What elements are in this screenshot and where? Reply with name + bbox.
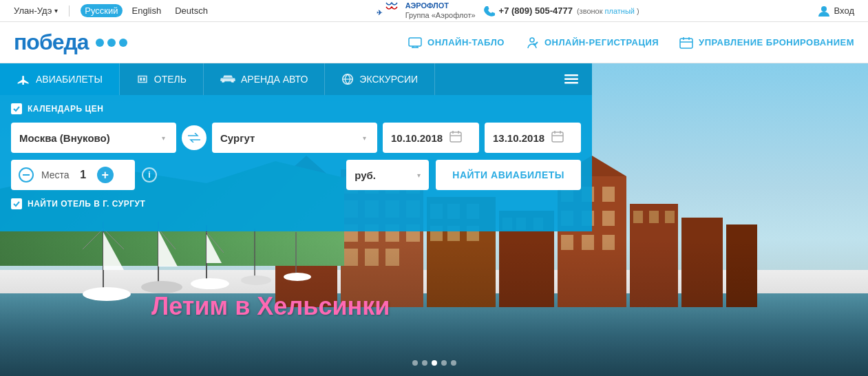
seats-count: 1 bbox=[76, 169, 90, 181]
dot-3-active[interactable] bbox=[432, 360, 437, 366]
origin-dropdown-icon: ▾ bbox=[159, 133, 168, 143]
header: победа ОНЛАЙН-ТАБЛО ОНЛАЙН-РЕГИСТР bbox=[0, 22, 868, 63]
logo-dots bbox=[96, 39, 127, 47]
destination-field[interactable]: ▾ bbox=[212, 123, 377, 153]
logo-dot-1 bbox=[96, 39, 104, 47]
phone-paid-link[interactable]: платный bbox=[605, 7, 635, 15]
cal-to-icon-svg bbox=[551, 130, 564, 143]
monitor-icon bbox=[408, 37, 422, 48]
logo[interactable]: победа bbox=[14, 30, 127, 55]
date-from-field[interactable]: 10.10.2018 bbox=[383, 123, 479, 153]
helsinki-text: Летим в Хельсинки bbox=[151, 292, 390, 321]
date-from-value: 10.10.2018 bbox=[391, 132, 443, 144]
seats-label: Места bbox=[41, 169, 70, 180]
lang-de-button[interactable]: Deutsch bbox=[171, 4, 212, 17]
checkin-icon bbox=[525, 36, 539, 49]
svg-point-1 bbox=[821, 6, 827, 12]
svg-rect-59 bbox=[602, 211, 615, 226]
svg-point-85 bbox=[284, 273, 311, 281]
login-button[interactable]: Вход bbox=[818, 5, 854, 17]
seats-field: Места 1 + bbox=[11, 160, 135, 190]
date-to-field[interactable]: 13.10.2018 bbox=[485, 123, 581, 153]
svg-point-6 bbox=[530, 38, 534, 42]
seats-plus-button[interactable]: + bbox=[97, 167, 114, 183]
user-icon bbox=[818, 5, 830, 17]
lang-ru-button[interactable]: Русский bbox=[81, 4, 122, 17]
origin-input[interactable] bbox=[19, 132, 159, 144]
flight-icon bbox=[17, 74, 30, 85]
svg-point-87 bbox=[231, 81, 233, 83]
nav-checkin[interactable]: ОНЛАЙН-РЕГИСТРАЦИЯ bbox=[525, 36, 659, 49]
svg-rect-66 bbox=[665, 211, 675, 223]
city-selector[interactable]: Улан-Удэ ▾ bbox=[14, 6, 58, 16]
tab-hotel[interactable]: Отель bbox=[120, 63, 204, 95]
tab-more-button[interactable] bbox=[551, 63, 592, 95]
destination-input[interactable] bbox=[220, 132, 360, 144]
destination-dropdown-icon: ▾ bbox=[360, 133, 369, 143]
nav-board[interactable]: ОНЛАЙН-ТАБЛО bbox=[408, 37, 505, 48]
tab-tours[interactable]: Экскурсии bbox=[325, 63, 435, 95]
calendar-to-icon bbox=[551, 130, 564, 146]
svg-rect-65 bbox=[649, 211, 659, 223]
helsinki-banner: Летим в Хельсинки bbox=[151, 292, 390, 321]
svg-text:✈: ✈ bbox=[377, 9, 383, 17]
tab-flights[interactable]: Авиабилеты bbox=[0, 63, 120, 95]
svg-point-81 bbox=[191, 278, 229, 289]
cal-icon-svg bbox=[449, 130, 462, 143]
swap-button[interactable] bbox=[182, 125, 207, 150]
svg-point-73 bbox=[83, 287, 131, 301]
aeroflot-logo: ✈ АЭРОФЛОТ Группа «Аэрофлот» bbox=[377, 1, 476, 21]
info-button[interactable]: i bbox=[142, 167, 157, 182]
lang-divider bbox=[69, 6, 70, 17]
svg-rect-92 bbox=[564, 82, 578, 84]
hotel-checkmark-icon bbox=[12, 200, 21, 208]
search-form: КАЛЕНДАРЬ ЦЕН ▾ ▾ 10.10.2 bbox=[0, 95, 592, 218]
hotel-checkbox[interactable] bbox=[11, 198, 22, 209]
tab-car[interactable]: Аренда авто bbox=[204, 63, 325, 95]
svg-rect-90 bbox=[564, 74, 578, 76]
currency-dropdown-icon: ▾ bbox=[417, 171, 421, 179]
svg-rect-91 bbox=[564, 79, 578, 81]
hotel-label: НАЙТИ ОТЕЛЬ В Г. СУРГУТ bbox=[28, 199, 145, 209]
currency-field[interactable]: руб. ▾ bbox=[346, 160, 429, 190]
minus-circle-icon bbox=[19, 167, 34, 182]
date-to-value: 13.10.2018 bbox=[493, 132, 544, 144]
tours-icon bbox=[341, 73, 354, 85]
logo-dot-3 bbox=[119, 39, 127, 47]
dot-5[interactable] bbox=[451, 360, 456, 366]
aeroflot-text: АЭРОФЛОТ Группа «Аэрофлот» bbox=[405, 1, 476, 19]
svg-point-86 bbox=[222, 81, 224, 83]
top-bar-center: ✈ АЭРОФЛОТ Группа «Аэрофлот» +7 (809) 50… bbox=[377, 1, 639, 21]
dot-4[interactable] bbox=[441, 360, 447, 366]
seats-currency-row: Места 1 + i руб. ▾ НАЙТИ АВИАБИЛЕТЫ bbox=[11, 160, 581, 190]
calendar-checkbox[interactable] bbox=[11, 103, 22, 114]
lang-en-button[interactable]: English bbox=[128, 4, 166, 17]
header-nav: ОНЛАЙН-ТАБЛО ОНЛАЙН-РЕГИСТРАЦИЯ УПРАВЛЕН… bbox=[408, 36, 854, 49]
city-name: Улан-Удэ bbox=[14, 6, 52, 16]
swap-icon bbox=[188, 133, 200, 143]
phone-note: (звонок платный ) bbox=[577, 7, 639, 15]
seats-minus-button[interactable] bbox=[18, 167, 34, 183]
dot-1[interactable] bbox=[412, 360, 418, 366]
top-bar: Улан-Удэ ▾ Русский English Deutsch ✈ АЭР… bbox=[0, 0, 868, 22]
svg-point-83 bbox=[241, 275, 271, 285]
tabs: Авиабилеты Отель Аренда авто bbox=[0, 63, 592, 95]
nav-booking[interactable]: УПРАВЛЕНИЕ БРОНИРОВАНИЕМ bbox=[679, 36, 854, 49]
checkmark-icon bbox=[12, 105, 21, 113]
logo-dot-2 bbox=[107, 39, 116, 47]
booking-icon bbox=[679, 36, 693, 49]
search-button[interactable]: НАЙТИ АВИАБИЛЕТЫ bbox=[436, 160, 581, 190]
calendar-check-row: КАЛЕНДАРЬ ЦЕН bbox=[11, 103, 581, 114]
route-dates-row: ▾ ▾ 10.10.2018 bbox=[11, 123, 581, 153]
svg-rect-56 bbox=[602, 187, 615, 202]
hamburger-icon bbox=[564, 74, 578, 84]
hotel-icon bbox=[136, 74, 149, 85]
aeroflot-logo-icon: ✈ bbox=[377, 1, 401, 21]
svg-rect-64 bbox=[633, 211, 643, 223]
top-bar-left: Улан-Удэ ▾ Русский English Deutsch bbox=[14, 4, 212, 17]
currency-value: руб. bbox=[354, 169, 376, 181]
main-content: Летим в Хельсинки Авиабилеты Отель bbox=[0, 63, 868, 376]
dot-2[interactable] bbox=[422, 360, 427, 366]
hotel-check-row: НАЙТИ ОТЕЛЬ В Г. СУРГУТ bbox=[11, 198, 581, 209]
origin-field[interactable]: ▾ bbox=[11, 123, 176, 153]
